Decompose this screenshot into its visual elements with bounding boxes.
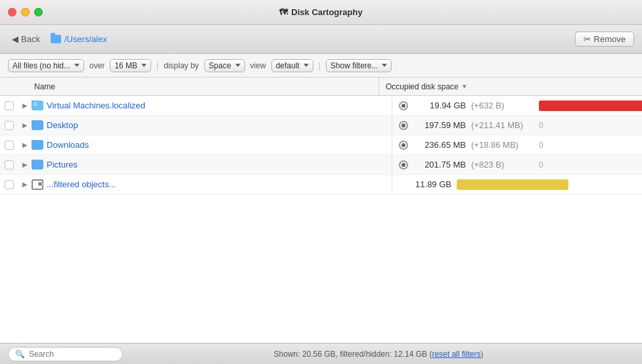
row-disk-space: 19.94 GB(+632 B) xyxy=(392,101,642,111)
remove-icon: ✂ xyxy=(584,34,591,44)
radio-indicator xyxy=(399,101,408,110)
zero-indicator: 0 xyxy=(539,160,543,170)
view-label: view xyxy=(250,61,266,70)
toolbar: ◀ Back /Users/alex ✂ Remove xyxy=(0,25,642,54)
disk-bar-container xyxy=(539,101,642,111)
file-size: 201.75 MB xyxy=(413,160,466,170)
filtered-icon xyxy=(32,179,43,190)
search-icon: 🔍 xyxy=(15,350,25,359)
row-checkbox[interactable] xyxy=(0,101,18,110)
chevron-down-icon xyxy=(235,64,241,67)
row-checkbox[interactable] xyxy=(0,121,18,130)
file-name: Virtual Machines.localized xyxy=(47,101,145,110)
row-expand[interactable]: ▶ xyxy=(18,102,32,109)
file-delta: (+18.86 MB) xyxy=(471,140,534,150)
search-input[interactable] xyxy=(29,350,116,359)
remove-button[interactable]: ✂ Remove xyxy=(575,32,634,47)
over-label: over xyxy=(89,61,104,70)
file-filter-select[interactable]: All files (no hid... xyxy=(8,59,84,72)
path-indicator: /Users/alex xyxy=(51,34,568,44)
table-row[interactable]: ▶Downloads236.65 MB(+18.86 MB)0 xyxy=(0,135,642,155)
back-icon: ◀ xyxy=(12,34,18,44)
file-name: ...filtered objects... xyxy=(47,179,116,189)
col-disk-header[interactable]: Occupied disk space ▼ xyxy=(379,82,629,91)
traffic-lights xyxy=(8,8,43,16)
folder-icon xyxy=(32,160,43,170)
size-filter-select[interactable]: 16 MB xyxy=(110,59,151,72)
row-name: Downloads xyxy=(32,140,392,150)
chevron-down-icon xyxy=(304,64,309,67)
file-size: 197.59 MB xyxy=(413,120,466,130)
disk-bar xyxy=(539,101,642,111)
row-name: ...filtered objects... xyxy=(32,179,392,190)
row-disk-space: 11.89 GB xyxy=(392,179,642,190)
divider: | xyxy=(319,61,321,70)
folder-icon xyxy=(32,120,43,130)
titlebar: 🗺 Disk Cartography xyxy=(0,0,642,25)
file-list: ▶Virtual Machines.localized19.94 GB(+632… xyxy=(0,96,642,343)
file-size: 11.89 GB xyxy=(399,179,451,189)
row-name: Pictures xyxy=(32,160,392,170)
disk-bar xyxy=(457,179,568,190)
zero-indicator: 0 xyxy=(539,121,543,130)
app-icon: 🗺 xyxy=(279,7,288,17)
col-name-header[interactable]: Name xyxy=(32,82,378,91)
filterbar: All files (no hid... over 16 MB | displa… xyxy=(0,54,642,78)
status-text: Shown: 20.56 GB, filtered/hidden: 12.14 … xyxy=(123,350,634,359)
row-expand[interactable]: ▶ xyxy=(18,141,32,148)
window-title: 🗺 Disk Cartography xyxy=(279,7,362,17)
row-checkbox[interactable] xyxy=(0,141,18,150)
table-row[interactable]: ▶...filtered objects...11.89 GB xyxy=(0,175,642,194)
row-disk-space: 197.59 MB(+211.41 MB)0 xyxy=(392,120,642,130)
divider: | xyxy=(156,61,158,70)
statusbar: 🔍 Shown: 20.56 GB, filtered/hidden: 12.1… xyxy=(0,343,642,364)
folder-icon xyxy=(51,35,61,43)
row-expand[interactable]: ▶ xyxy=(18,181,32,188)
search-box[interactable]: 🔍 xyxy=(8,347,123,361)
column-headers: Name Occupied disk space ▼ xyxy=(0,78,642,96)
row-name: Virtual Machines.localized xyxy=(32,101,392,110)
file-name: Desktop xyxy=(47,120,78,130)
chevron-down-icon xyxy=(141,64,147,67)
row-disk-space: 236.65 MB(+18.86 MB)0 xyxy=(392,140,642,150)
close-button[interactable] xyxy=(8,8,16,16)
row-expand[interactable]: ▶ xyxy=(18,122,32,129)
row-expand[interactable]: ▶ xyxy=(18,161,32,168)
row-checkbox[interactable] xyxy=(0,180,18,189)
sort-icon: ▼ xyxy=(461,83,468,90)
file-name: Pictures xyxy=(47,160,78,170)
file-delta: (+823 B) xyxy=(471,160,534,170)
view-filter-select[interactable]: default xyxy=(271,59,313,72)
chevron-down-icon xyxy=(382,64,387,67)
file-delta: (+211.41 MB) xyxy=(471,120,534,130)
file-name: Downloads xyxy=(47,140,89,150)
file-delta: (+632 B) xyxy=(471,101,534,110)
radio-indicator xyxy=(399,160,408,170)
file-size: 236.65 MB xyxy=(413,140,466,150)
chevron-down-icon xyxy=(74,64,80,67)
show-filter-select[interactable]: Show filtere... xyxy=(326,59,392,72)
row-disk-space: 201.75 MB(+823 B)0 xyxy=(392,160,642,170)
folder-icon xyxy=(32,140,43,150)
row-checkbox[interactable] xyxy=(0,160,18,170)
maximize-button[interactable] xyxy=(34,8,43,16)
display-by-label: display by xyxy=(164,61,198,70)
row-name: Desktop xyxy=(32,120,392,130)
table-row[interactable]: ▶Desktop197.59 MB(+211.41 MB)0 xyxy=(0,116,642,135)
display-filter-select[interactable]: Space xyxy=(204,59,245,72)
radio-indicator xyxy=(399,121,408,130)
back-button[interactable]: ◀ Back xyxy=(8,32,44,46)
minimize-button[interactable] xyxy=(21,8,30,16)
disk-bar-container xyxy=(457,179,642,190)
table-row[interactable]: ▶Pictures201.75 MB(+823 B)0 xyxy=(0,155,642,175)
table-row[interactable]: ▶Virtual Machines.localized19.94 GB(+632… xyxy=(0,96,642,116)
folder-icon xyxy=(32,101,43,110)
reset-filters-link[interactable]: reset all filters xyxy=(432,350,480,359)
zero-indicator: 0 xyxy=(539,141,543,150)
file-size: 19.94 GB xyxy=(413,101,466,110)
radio-indicator xyxy=(399,141,408,150)
